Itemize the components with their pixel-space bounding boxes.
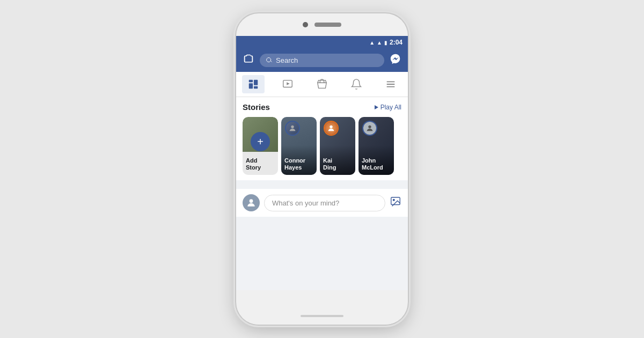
- nav-menu[interactable]: [379, 75, 402, 93]
- connor-avatar: [285, 121, 300, 136]
- add-story-label: AddStory: [246, 157, 275, 171]
- post-input[interactable]: What's on your mind?: [264, 195, 385, 211]
- speaker-grille: [314, 23, 341, 27]
- svg-point-12: [368, 126, 371, 128]
- phone-top-bar: [236, 13, 408, 36]
- svg-rect-1: [249, 83, 253, 89]
- connor-label: ConnorHayes: [284, 157, 313, 171]
- svg-rect-3: [254, 86, 258, 89]
- svg-point-13: [250, 199, 253, 203]
- search-icon: [266, 56, 273, 64]
- add-story-plus-icon: +: [251, 132, 270, 151]
- post-area: What's on your mind?: [236, 189, 408, 217]
- story-connor[interactable]: ConnorHayes: [281, 117, 317, 175]
- stories-header: Stories Play All: [243, 102, 401, 112]
- signal-icon: ▲: [377, 40, 382, 46]
- phone-bottom-bar: [236, 307, 408, 325]
- wifi-icon: ▲: [369, 40, 375, 46]
- stories-section: Stories Play All + AddStory: [236, 97, 408, 180]
- nav-marketplace[interactable]: [311, 75, 333, 93]
- status-bar: ▲ ▲ ▮ 2:04: [236, 36, 408, 49]
- story-john[interactable]: JohnMcLord: [358, 117, 394, 175]
- svg-point-15: [393, 199, 394, 201]
- search-bar[interactable]: Search: [260, 54, 384, 67]
- svg-point-10: [291, 126, 294, 128]
- story-kai[interactable]: KaiDing: [320, 117, 355, 175]
- kai-label: KaiDing: [323, 157, 352, 171]
- phone-screen: ▲ ▲ ▮ 2:04 Search: [236, 36, 408, 290]
- play-all-button[interactable]: Play All: [374, 104, 401, 111]
- svg-rect-0: [249, 80, 253, 83]
- phone-frame: ▲ ▲ ▮ 2:04 Search: [236, 13, 408, 325]
- nav-watch[interactable]: [276, 75, 299, 93]
- john-avatar: [362, 121, 377, 136]
- john-label: JohnMcLord: [362, 157, 391, 171]
- home-indicator: [301, 315, 343, 317]
- main-content: Stories Play All + AddStory: [236, 97, 408, 290]
- navigation-bar: [236, 72, 408, 97]
- status-time: 2:04: [390, 39, 402, 46]
- add-story-card[interactable]: + AddStory: [243, 117, 278, 175]
- svg-marker-9: [375, 105, 378, 109]
- svg-rect-2: [254, 80, 258, 85]
- section-divider: [236, 180, 408, 185]
- svg-point-11: [330, 126, 332, 128]
- stories-list: + AddStory ConnorHayes: [243, 117, 401, 175]
- battery-icon: ▮: [384, 40, 387, 46]
- kai-avatar: [324, 121, 339, 136]
- stories-title: Stories: [243, 102, 270, 112]
- user-avatar: [243, 194, 260, 211]
- camera-dot: [303, 22, 308, 27]
- nav-notifications[interactable]: [345, 75, 368, 93]
- post-photo-icon[interactable]: [390, 196, 401, 210]
- search-placeholder: Search: [276, 56, 298, 64]
- camera-button[interactable]: [243, 53, 254, 68]
- nav-home[interactable]: [242, 75, 265, 93]
- svg-rect-14: [391, 197, 400, 204]
- facebook-header: Search: [236, 49, 408, 72]
- messenger-button[interactable]: [390, 53, 401, 68]
- svg-marker-5: [287, 82, 290, 85]
